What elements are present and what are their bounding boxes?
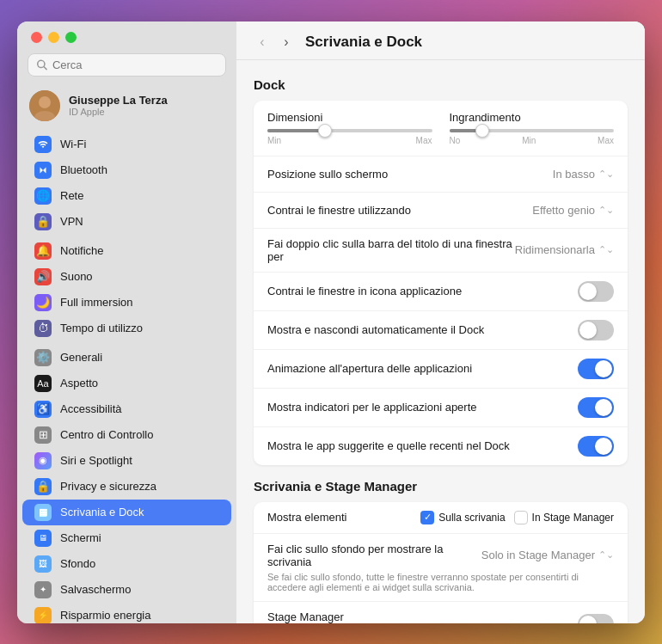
sidebar-label-full: Full immersion xyxy=(60,296,133,309)
dimensioni-label: Dimensioni xyxy=(267,111,432,124)
search-icon xyxy=(37,59,47,71)
in-stage-option[interactable]: In Stage Manager xyxy=(514,511,614,524)
network-icon: 🌐 xyxy=(34,187,52,205)
traffic-lights xyxy=(17,32,236,53)
contrai-chevron: ⌃⌄ xyxy=(598,205,614,216)
sidebar-item-rete[interactable]: 🌐 Rete xyxy=(22,183,231,209)
contrai-row: Contrai le finestre utilizzando Effetto … xyxy=(254,193,628,229)
posizione-value[interactable]: In basso ⌃⌄ xyxy=(553,168,614,181)
app-suggerite-toggle[interactable] xyxy=(578,436,614,457)
screensaver-icon: ✦ xyxy=(34,581,52,598)
sidebar-label-vpn: VPN xyxy=(60,215,83,228)
sidebar-item-accessibilita[interactable]: ♿ Accessibilità xyxy=(22,396,231,422)
sidebar-label-wifi: Wi-Fi xyxy=(60,138,86,150)
sidebar-label-bluetooth: Bluetooth xyxy=(60,163,107,176)
dimensioni-min: Min xyxy=(267,136,281,145)
sidebar-item-risparmio[interactable]: ⚡ Risparmio energia xyxy=(22,603,231,623)
siri-icon: ◉ xyxy=(34,452,52,469)
ingrandimento-thumb[interactable] xyxy=(475,124,489,138)
app-suggerite-label: Mostra le app suggerite e quelle recenti… xyxy=(267,439,578,452)
sidebar-item-schermi[interactable]: 🖥 Schermi xyxy=(22,525,231,551)
contrai-value[interactable]: Effetto genio ⌃⌄ xyxy=(532,204,614,217)
profile-item[interactable]: Giuseppe La Terza ID Apple xyxy=(17,85,236,126)
sidebar-label-sfondo: Sfondo xyxy=(60,557,95,570)
posizione-label: Posizione sullo schermo xyxy=(267,168,553,181)
sidebar-item-vpn[interactable]: 🔒 VPN xyxy=(22,209,231,235)
sidebar-item-privacy[interactable]: 🔒 Privacy e sicurezza xyxy=(22,474,231,500)
sidebar-item-centro[interactable]: ⊞ Centro di Controllo xyxy=(22,422,231,448)
indicatori-toggle[interactable] xyxy=(578,397,614,418)
clic-sfondo-header: Fai clic sullo sfondo per mostrare la sc… xyxy=(267,543,614,568)
stage-section-title: Scrivania e Stage Manager xyxy=(254,479,628,494)
doppio-text: Ridimensionarla xyxy=(515,243,595,256)
dock-card: Dimensioni Min Max Ingrandimento xyxy=(254,101,628,465)
stage-manager-toggle[interactable] xyxy=(578,614,614,623)
close-button[interactable] xyxy=(31,32,42,43)
focus-icon: 🌙 xyxy=(34,294,52,311)
dimensioni-minmax: Min Max xyxy=(267,136,432,145)
animazione-label: Animazione all'apertura delle applicazio… xyxy=(267,362,578,375)
sidebar-item-notifiche[interactable]: 🔔 Notifiche xyxy=(22,238,231,264)
indicatori-label: Mostra indicatori per le applicazioni ap… xyxy=(267,401,578,414)
doppio-label: Fai doppio clic sulla barra del titolo d… xyxy=(267,237,515,263)
sidebar: Giuseppe La Terza ID Apple Wi-Fi Bluetoo… xyxy=(17,21,236,623)
mostra-nascondi-toggle[interactable] xyxy=(578,320,614,340)
sidebar-item-siri[interactable]: ◉ Siri e Spotlight xyxy=(22,448,231,474)
sidebar-item-full[interactable]: 🌙 Full immersion xyxy=(22,290,231,316)
in-stage-checkbox[interactable] xyxy=(514,511,528,524)
sidebar-label-suono: Suono xyxy=(60,270,93,283)
sulla-scrivania-checkbox[interactable]: ✓ xyxy=(420,511,434,524)
sidebar-section-apps: 🔔 Notifiche 🔊 Suono 🌙 Full immersion ⏱ T… xyxy=(17,238,236,341)
stage-card: Mostra elementi ✓ Sulla scrivania In Sta… xyxy=(254,502,628,623)
minimize-button[interactable] xyxy=(48,32,59,43)
sidebar-item-wifi[interactable]: Wi-Fi xyxy=(22,132,231,157)
doppio-value[interactable]: Ridimensionarla ⌃⌄ xyxy=(515,243,614,256)
animazione-toggle[interactable] xyxy=(578,359,614,379)
dimensioni-thumb[interactable] xyxy=(318,124,332,138)
sidebar-item-suono[interactable]: 🔊 Suono xyxy=(22,264,231,290)
search-bar[interactable] xyxy=(28,53,226,77)
sidebar-label-notifiche: Notifiche xyxy=(60,244,104,257)
wallpaper-icon: 🖼 xyxy=(34,555,52,573)
dimensioni-fill xyxy=(267,129,325,132)
notifications-icon: 🔔 xyxy=(34,242,52,260)
sidebar-label-centro: Centro di Controllo xyxy=(60,428,153,441)
search-input[interactable] xyxy=(52,58,217,71)
sidebar-item-tempo[interactable]: ⏱ Tempo di utilizzo xyxy=(22,316,231,341)
battery-icon: ⚡ xyxy=(34,607,52,623)
wifi-icon xyxy=(34,136,52,153)
ingrandimento-minmax: No Min Max xyxy=(450,136,615,145)
stage-manager-row: Stage Manager Stage Manager dispone le f… xyxy=(254,602,628,623)
sidebar-item-aspetto[interactable]: Aa Aspetto xyxy=(22,371,231,396)
sidebar-label-schermi: Schermi xyxy=(60,531,101,544)
sidebar-item-generali[interactable]: ⚙️ Generali xyxy=(22,345,231,371)
sidebar-item-bluetooth[interactable]: Bluetooth xyxy=(22,157,231,183)
vpn-icon: 🔒 xyxy=(34,213,52,230)
clic-sfondo-value[interactable]: Solo in Stage Manager ⌃⌄ xyxy=(481,549,614,561)
clic-sfondo-chevron: ⌃⌄ xyxy=(598,549,614,561)
clic-sfondo-text: Solo in Stage Manager xyxy=(481,549,595,561)
sidebar-section-network: Wi-Fi Bluetooth 🌐 Rete 🔒 VPN xyxy=(17,132,236,235)
mostra-elementi-label: Mostra elementi xyxy=(267,511,420,524)
sidebar-item-salvaschermo[interactable]: ✦ Salvaschermo xyxy=(22,577,231,603)
sulla-scrivania-option[interactable]: ✓ Sulla scrivania xyxy=(420,511,505,524)
maximize-button[interactable] xyxy=(65,32,77,43)
contrai-icona-toggle[interactable] xyxy=(578,281,614,302)
sidebar-item-sfondo[interactable]: 🖼 Sfondo xyxy=(22,551,231,577)
forward-button[interactable]: › xyxy=(278,34,295,51)
back-button[interactable]: ‹ xyxy=(254,34,271,51)
mostra-options: ✓ Sulla scrivania In Stage Manager xyxy=(420,511,614,524)
ingrandimento-min: Min xyxy=(522,136,536,145)
stage-manager-content: Stage Manager Stage Manager dispone le f… xyxy=(267,610,567,623)
profile-subtitle: ID Apple xyxy=(69,107,168,117)
ingrandimento-slider-group: Ingrandimento No Min Max xyxy=(450,111,615,145)
control-center-icon: ⊞ xyxy=(34,426,52,444)
dimensioni-track[interactable] xyxy=(267,129,432,132)
mostra-nascondi-row: Mostra e nascondi automaticamente il Doc… xyxy=(254,311,628,350)
mostra-elementi-row: Mostra elementi ✓ Sulla scrivania In Sta… xyxy=(254,502,628,534)
ingrandimento-track[interactable] xyxy=(450,129,615,132)
sulla-scrivania-label: Sulla scrivania xyxy=(438,512,505,524)
app-window: Giuseppe La Terza ID Apple Wi-Fi Bluetoo… xyxy=(17,21,645,623)
sidebar-item-scrivania[interactable]: ▦ Scrivania e Dock xyxy=(22,500,231,525)
titlebar: ‹ › Scrivania e Dock xyxy=(236,21,645,60)
